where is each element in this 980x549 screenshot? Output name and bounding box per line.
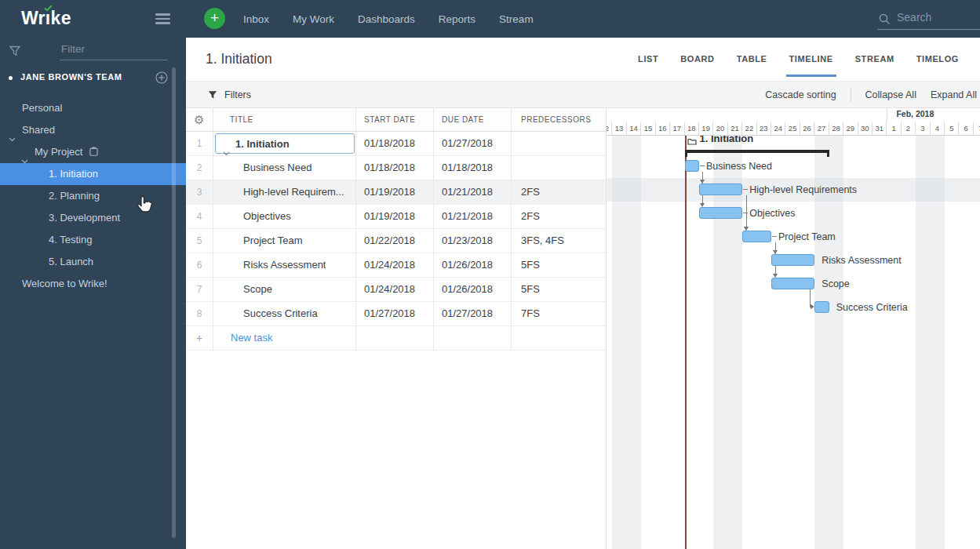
cell-title[interactable]: Business Need bbox=[213, 156, 356, 180]
gantt-bar-objectives[interactable] bbox=[699, 207, 742, 219]
cell-title[interactable]: High-level Requirem... bbox=[213, 180, 356, 204]
cell-due-date[interactable]: 01/27/2018 bbox=[434, 132, 512, 155]
team-row[interactable]: JANE BROWN'S TEAM bbox=[0, 69, 186, 88]
cell-start-date[interactable]: 01/18/2018 bbox=[356, 132, 434, 155]
expand-all-button[interactable]: Expand All bbox=[931, 89, 977, 100]
row-number[interactable]: 7 bbox=[186, 278, 213, 301]
expand-chevron-icon[interactable] bbox=[223, 141, 230, 155]
column-header-predecessors[interactable]: PREDECESSORS bbox=[512, 108, 606, 131]
cell-due-date[interactable]: 01/18/2018 bbox=[434, 156, 512, 180]
gantt-bar-scope[interactable] bbox=[771, 278, 814, 289]
cell-start-date[interactable]: 01/18/2018 bbox=[356, 156, 434, 180]
gantt-group-bracket[interactable] bbox=[685, 150, 829, 153]
tab-stream[interactable]: STREAM bbox=[855, 38, 894, 81]
cell-start-date[interactable]: 01/19/2018 bbox=[356, 205, 434, 228]
sidebar-item-personal[interactable]: Personal bbox=[0, 97, 193, 119]
search-box[interactable] bbox=[877, 0, 980, 38]
cell-predecessors[interactable]: 5FS bbox=[512, 278, 606, 301]
timeline-day-row[interactable]: 1213141516171819202122232425262728293031… bbox=[607, 122, 980, 136]
tab-table[interactable]: TABLE bbox=[737, 38, 767, 81]
column-header-start-date[interactable]: START DATE bbox=[356, 108, 434, 131]
cell-due-date[interactable]: 01/26/2018 bbox=[434, 253, 512, 277]
new-task-row[interactable]: +New task bbox=[186, 326, 606, 351]
cell-due-date[interactable]: 01/26/2018 bbox=[434, 278, 512, 301]
nav-item-stream[interactable]: Stream bbox=[499, 13, 534, 25]
new-task-start[interactable] bbox=[356, 326, 434, 350]
table-row-2[interactable]: 2Business Need01/18/201801/18/2018 bbox=[186, 156, 606, 180]
folder-icon bbox=[687, 134, 697, 148]
gantt-bar-project-team[interactable] bbox=[742, 231, 771, 242]
cell-title[interactable]: Scope bbox=[213, 278, 356, 301]
nav-item-dashboards[interactable]: Dashboards bbox=[358, 13, 415, 25]
cell-due-date[interactable]: 01/27/2018 bbox=[434, 302, 512, 325]
nav-item-inbox[interactable]: Inbox bbox=[243, 13, 269, 25]
cell-start-date[interactable]: 01/24/2018 bbox=[356, 253, 434, 277]
new-task-link[interactable]: New task bbox=[213, 332, 272, 344]
gantt-bar-success-criteria[interactable] bbox=[814, 301, 829, 313]
nav-item-reports[interactable]: Reports bbox=[439, 13, 475, 25]
view-tabs: LISTBOARDTABLETIMELINESTREAMTIMELOG bbox=[638, 38, 959, 81]
selected-cell-outline[interactable]: 1. Initiation bbox=[215, 133, 355, 154]
cell-predecessors[interactable]: 2FS bbox=[512, 205, 606, 228]
row-number[interactable]: 6 bbox=[186, 253, 213, 277]
new-task-pred[interactable] bbox=[512, 326, 606, 350]
row-number[interactable]: 2 bbox=[186, 156, 213, 180]
gantt-bar-business-need[interactable] bbox=[685, 160, 699, 172]
tab-list[interactable]: LIST bbox=[638, 38, 658, 81]
row-number[interactable]: 8 bbox=[186, 302, 213, 325]
cell-predecessors[interactable]: 3FS, 4FS bbox=[512, 229, 606, 253]
cell-predecessors[interactable] bbox=[512, 156, 606, 180]
cell-start-date[interactable]: 01/19/2018 bbox=[356, 180, 434, 204]
cascade-sorting-button[interactable]: Cascade sorting bbox=[765, 89, 836, 100]
hamburger-menu-icon[interactable] bbox=[155, 13, 170, 24]
cell-start-date[interactable]: 01/24/2018 bbox=[356, 278, 434, 301]
table-row-4[interactable]: 4Objectives01/19/201801/21/20182FS bbox=[186, 205, 606, 229]
new-task-plus-icon[interactable]: + bbox=[186, 326, 213, 350]
cell-predecessors[interactable]: 2FS bbox=[512, 180, 606, 204]
cell-due-date[interactable]: 01/21/2018 bbox=[434, 205, 512, 228]
gantt-bar-risks-assessment[interactable] bbox=[771, 254, 814, 266]
cell-title[interactable]: Success Criteria bbox=[213, 302, 356, 325]
search-input[interactable] bbox=[895, 10, 977, 24]
wrike-logo[interactable]: Wrıke bbox=[21, 8, 71, 29]
table-row-8[interactable]: 8Success Criteria01/27/201801/27/20187FS bbox=[186, 302, 606, 326]
gantt-bar-high-level-requirements[interactable] bbox=[699, 184, 742, 195]
tab-timelog[interactable]: TIMELOG bbox=[916, 38, 959, 81]
sidebar-item-shared[interactable]: Shared bbox=[0, 119, 193, 141]
nav-item-my-work[interactable]: My Work bbox=[293, 13, 334, 25]
filters-button[interactable]: Filters bbox=[208, 82, 251, 107]
cell-title[interactable]: Risks Assessment bbox=[213, 253, 356, 277]
table-settings-gear-icon[interactable]: ⚙ bbox=[186, 108, 213, 131]
table-row-3[interactable]: 3High-level Requirem...01/19/201801/21/2… bbox=[186, 180, 606, 205]
tab-timeline[interactable]: TIMELINE bbox=[789, 38, 833, 81]
cell-title[interactable]: Project Team bbox=[213, 229, 356, 253]
table-row-6[interactable]: 6Risks Assessment01/24/201801/26/20185FS bbox=[186, 253, 606, 278]
cell-predecessors[interactable]: 7FS bbox=[512, 302, 606, 325]
cell-title[interactable]: 1. Initiation bbox=[213, 132, 356, 155]
new-task-cell[interactable]: New task bbox=[213, 326, 356, 350]
row-number[interactable]: 4 bbox=[186, 205, 213, 228]
sidebar-filter-input[interactable] bbox=[60, 41, 163, 60]
sidebar-scrollbar[interactable] bbox=[172, 67, 176, 538]
add-team-item-icon[interactable] bbox=[155, 71, 168, 87]
row-number[interactable]: 5 bbox=[186, 229, 213, 253]
create-new-button[interactable]: + bbox=[204, 8, 225, 29]
row-number[interactable]: 1 bbox=[186, 132, 213, 155]
cell-title[interactable]: Objectives bbox=[213, 205, 356, 228]
table-row-1[interactable]: 11. Initiation01/18/201801/27/2018 bbox=[186, 132, 606, 156]
new-task-due[interactable] bbox=[434, 326, 512, 350]
cell-due-date[interactable]: 01/21/2018 bbox=[434, 180, 512, 204]
cell-predecessors[interactable] bbox=[512, 132, 606, 155]
table-row-7[interactable]: 7Scope01/24/201801/26/20185FS bbox=[186, 278, 606, 302]
sidebar-item-welcome-to-wrike[interactable]: Welcome to Wrike! bbox=[0, 273, 193, 295]
cell-start-date[interactable]: 01/22/2018 bbox=[356, 229, 434, 253]
cell-due-date[interactable]: 01/23/2018 bbox=[434, 229, 512, 253]
column-header-title[interactable]: TITLE bbox=[213, 108, 356, 131]
table-row-5[interactable]: 5Project Team01/22/201801/23/20183FS, 4F… bbox=[186, 229, 606, 253]
row-number[interactable]: 3 bbox=[186, 180, 213, 204]
cell-predecessors[interactable]: 5FS bbox=[512, 253, 606, 277]
collapse-all-button[interactable]: Collapse All bbox=[865, 89, 916, 100]
tab-board[interactable]: BOARD bbox=[680, 38, 714, 81]
cell-start-date[interactable]: 01/27/2018 bbox=[356, 302, 434, 325]
column-header-due-date[interactable]: DUE DATE bbox=[434, 108, 512, 131]
